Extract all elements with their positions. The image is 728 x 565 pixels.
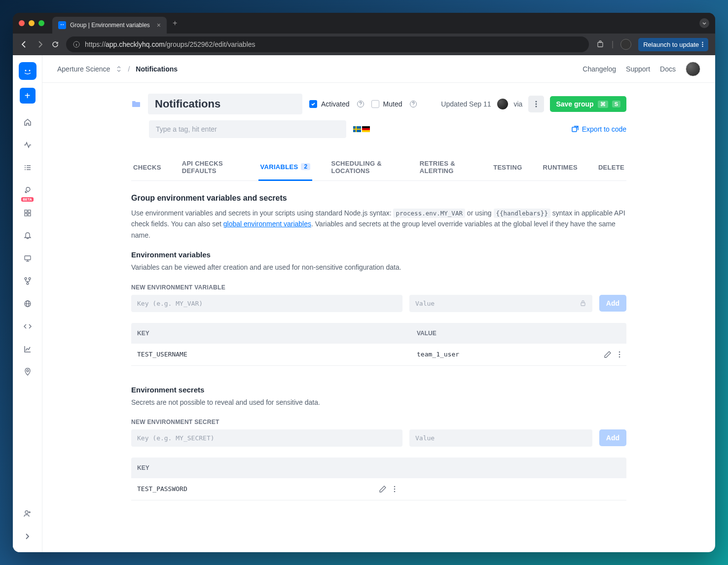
address-bar: https://app.checklyhq.com/groups/252962/…: [13, 34, 715, 55]
variables-section: Group environment variables and secrets …: [131, 194, 626, 500]
forward-button[interactable]: [36, 40, 44, 49]
dashboard-icon[interactable]: [19, 204, 36, 222]
var-value-input[interactable]: Value: [409, 295, 592, 312]
svg-point-37: [536, 101, 537, 103]
maximize-window[interactable]: [38, 20, 44, 26]
secret-value-input[interactable]: Value: [409, 429, 592, 447]
svg-rect-20: [25, 210, 27, 212]
svg-point-34: [25, 511, 28, 514]
expand-icon[interactable]: [19, 528, 36, 545]
location-icon[interactable]: [19, 363, 36, 381]
url-field[interactable]: https://app.checklyhq.com/groups/252962/…: [66, 36, 589, 52]
chart-icon[interactable]: [19, 340, 36, 358]
relaunch-button[interactable]: Relaunch to update: [638, 38, 708, 51]
tab-variables-label: VARIABLES: [260, 163, 298, 171]
reload-button[interactable]: [51, 40, 59, 48]
monitor-icon[interactable]: [19, 249, 36, 267]
browser-window: Group | Environment variables × + https:…: [13, 13, 715, 552]
section-desc: Use environment variables and secrets in…: [131, 208, 626, 241]
browser-tab[interactable]: Group | Environment variables ×: [52, 17, 167, 34]
fork-icon[interactable]: [19, 272, 36, 290]
org-switcher-icon[interactable]: [116, 66, 122, 72]
new-tab-button[interactable]: +: [173, 19, 177, 28]
activated-checkbox[interactable]: Activated: [309, 100, 350, 108]
more-vert-icon[interactable]: [619, 351, 620, 358]
group-name-input[interactable]: Notifications: [148, 94, 302, 114]
svg-point-44: [619, 356, 620, 357]
var-value: team_1_user: [417, 351, 604, 358]
svg-point-9: [702, 44, 703, 45]
export-to-code[interactable]: Export to code: [571, 125, 626, 133]
secrets-desc: Secrets are not possible to reveal and u…: [131, 397, 626, 408]
lock-icon: [580, 300, 586, 307]
tab-checks[interactable]: CHECKS: [131, 154, 163, 180]
var-key-input[interactable]: Key (e.g. MY_VAR): [131, 295, 402, 312]
tabs-menu[interactable]: [699, 18, 709, 28]
help-icon[interactable]: [357, 100, 364, 108]
beta-badge: BETA: [21, 197, 34, 202]
relaunch-label: Relaunch to update: [643, 41, 699, 48]
globe-icon[interactable]: [19, 295, 36, 313]
svg-rect-6: [598, 42, 603, 47]
rocket-icon[interactable]: BETA: [19, 181, 36, 199]
invite-user-icon[interactable]: [19, 505, 36, 523]
save-button[interactable]: Save group ⌘ S: [550, 96, 626, 112]
support-link[interactable]: Support: [626, 65, 650, 73]
back-button[interactable]: [20, 40, 29, 49]
extensions-icon[interactable]: [596, 40, 605, 49]
tab-delete[interactable]: DELETE: [596, 154, 626, 180]
svg-point-43: [619, 353, 620, 355]
org-name[interactable]: Aperture Science: [57, 65, 110, 73]
content: Notifications Activated Muted Updated Se…: [42, 83, 715, 552]
more-vert-icon[interactable]: [394, 485, 396, 493]
site-info-icon[interactable]: [73, 41, 80, 48]
more-button[interactable]: [528, 96, 544, 112]
docs-link[interactable]: Docs: [660, 65, 676, 73]
locations[interactable]: [353, 126, 370, 132]
svg-point-12: [25, 70, 26, 71]
tag-input[interactable]: Type a tag, hit enter: [149, 120, 346, 138]
breadcrumb-current: Notifications: [136, 65, 178, 73]
editor-avatar[interactable]: [497, 99, 508, 109]
edit-icon[interactable]: [379, 485, 387, 493]
env-vars-desc: Variables can be viewed after creation a…: [131, 262, 626, 273]
value-placeholder: Value: [415, 300, 435, 307]
secrets-title: Environment secrets: [131, 386, 626, 394]
list-icon[interactable]: [19, 159, 36, 177]
code-icon[interactable]: [19, 318, 36, 335]
close-window[interactable]: [19, 20, 25, 26]
bell-icon[interactable]: [19, 227, 36, 245]
tab-testing[interactable]: TESTING: [491, 154, 524, 180]
add-secret-button[interactable]: Add: [599, 429, 626, 446]
secret-key: TEST_PASSWORD: [137, 485, 379, 493]
muted-checkbox[interactable]: Muted: [371, 100, 402, 108]
muted-label: Muted: [383, 100, 402, 108]
create-button[interactable]: +: [20, 88, 36, 104]
changelog-link[interactable]: Changelog: [582, 65, 616, 73]
tab-title: Group | Environment variables: [70, 22, 150, 29]
tab-variables[interactable]: VARIABLES 2: [258, 154, 313, 181]
close-tab-icon[interactable]: ×: [157, 21, 161, 29]
new-secret-label: NEW ENVIRONMENT SECRET: [131, 419, 626, 425]
svg-point-8: [702, 42, 703, 43]
add-var-button[interactable]: Add: [599, 295, 626, 312]
tab-runtimes[interactable]: RUNTIMES: [541, 154, 580, 180]
updated-text: Updated Sep 11: [441, 100, 491, 108]
url-text: https://app.checklyhq.com/groups/252962/…: [85, 40, 255, 48]
logo[interactable]: [19, 62, 36, 80]
tab-scheduling[interactable]: SCHEDULING & LOCATIONS: [329, 154, 400, 180]
profile-icon[interactable]: [620, 39, 631, 50]
tab-api-defaults[interactable]: API CHECKS DEFAULTS: [180, 154, 242, 180]
svg-rect-0: [60, 23, 65, 28]
global-vars-link[interactable]: global environment variables: [223, 220, 311, 228]
help-icon[interactable]: [409, 100, 417, 108]
home-icon[interactable]: [19, 113, 36, 131]
minimize-window[interactable]: [29, 20, 35, 26]
secret-key-input[interactable]: Key (e.g. MY_SECRET): [131, 429, 402, 447]
user-avatar[interactable]: [686, 62, 700, 76]
tab-retries[interactable]: RETRIES & ALERTING: [418, 154, 474, 180]
tabs: CHECKS API CHECKS DEFAULTS VARIABLES 2 S…: [131, 154, 626, 181]
svg-rect-23: [28, 213, 31, 216]
pulse-icon[interactable]: [19, 136, 36, 154]
edit-icon[interactable]: [604, 351, 612, 358]
